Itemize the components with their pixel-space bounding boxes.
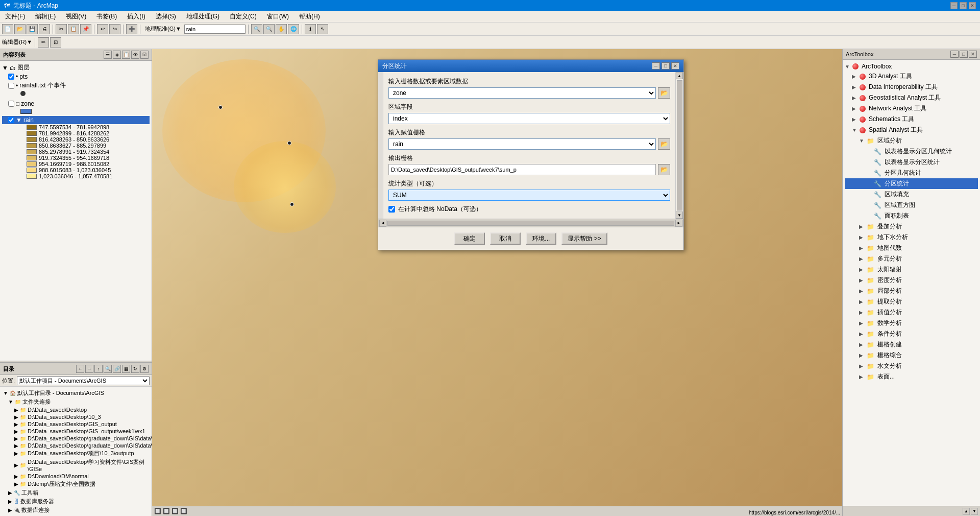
add-data-btn[interactable]: ➕ [126, 24, 137, 34]
pan-btn[interactable]: ✋ [276, 24, 287, 34]
nodata-checkbox[interactable] [388, 206, 395, 213]
title-bar-controls[interactable]: ─ □ ✕ [950, 2, 976, 9]
rain-checkbox[interactable] [8, 117, 14, 123]
menu-customize[interactable]: 自定义(C) [227, 11, 260, 22]
help-button[interactable]: 显示帮助 >> [561, 232, 607, 245]
stats-type-select[interactable]: SUM [388, 190, 670, 201]
menu-select[interactable]: 选择(S) [153, 11, 179, 22]
tb-local[interactable]: ▶ 📁 局部分析 [845, 286, 978, 296]
toc-draw-btn[interactable]: ◈ [113, 51, 121, 59]
tb-overlay[interactable]: ▶ 📁 叠加分析 [845, 221, 978, 232]
edit-vertices-btn[interactable]: ⊡ [50, 37, 61, 48]
input-value-select[interactable]: rain [388, 138, 656, 150]
ok-button[interactable]: 确定 [454, 232, 485, 245]
toc-rainfall-item[interactable]: • rainfall.txt 个事件 [2, 81, 150, 90]
tb-spatial-analyst[interactable]: ▼ Spatial Analyst 工具 [845, 125, 978, 135]
cat-data-saved[interactable]: ▶ 📁 D:\Data_saved\Desktop [2, 406, 150, 413]
cat-dm[interactable]: ▶ 📁 D:\Download\DM\normal [2, 473, 150, 480]
copy-btn[interactable]: 📋 [68, 24, 79, 34]
edit-tool-btn[interactable]: ✏ [38, 37, 49, 48]
toc-rain-item[interactable]: ▼ rain [2, 116, 150, 124]
catalog-back-btn[interactable]: ← [76, 365, 84, 373]
tb-schematics[interactable]: ▶ Schematics 工具 [845, 114, 978, 125]
cat-default-workspace[interactable]: ▼ 🏠 默认工作目录 - Documents\ArcGIS [2, 389, 150, 397]
dlg-scroll-up[interactable]: ▲ [676, 72, 683, 79]
toc-select-btn[interactable]: ☑ [140, 51, 149, 59]
tb-map-algebra[interactable]: ▶ 📁 地图代数 [845, 243, 978, 253]
tb-hydrology[interactable]: ▶ 📁 水文分析 [845, 361, 978, 371]
cat-week1-ex1[interactable]: ▶ 📁 D:\Data_saved\Desktop\GIS_output\wee… [2, 428, 150, 435]
tb-raster-general[interactable]: ▶ 📁 栅格综合 [845, 350, 978, 361]
dialog-container[interactable]: 分区统计 ─ □ ✕ 输入栅格数据或要素区域数据 zone [378, 59, 684, 250]
print-btn[interactable]: 🖨 [39, 24, 50, 34]
redo-btn[interactable]: ↪ [109, 24, 120, 34]
tb-geo-analyst[interactable]: ▶ Geostatistical Analyst 工具 [845, 92, 978, 103]
full-extent-btn[interactable]: 🌐 [288, 24, 299, 34]
minimize-button[interactable]: ─ [950, 2, 958, 9]
undo-btn[interactable]: ↩ [97, 24, 108, 34]
dialog-close-btn[interactable]: ✕ [671, 62, 679, 69]
cat-folder-connections[interactable]: ▼ 📁 文件夹连接 [2, 397, 150, 406]
tb-interpolation[interactable]: ▶ 📁 插值分析 [845, 307, 978, 318]
input-raster-browse-btn[interactable]: 📂 [658, 87, 670, 99]
catalog-table-btn[interactable]: ▦ [122, 365, 130, 373]
cat-learning[interactable]: ▶ 📁 D:\Data_saved\Desktop\学习资料文件\GIS案例\G… [2, 458, 150, 473]
new-btn[interactable]: 📄 [2, 24, 13, 34]
output-path-input[interactable] [388, 164, 656, 175]
environment-button[interactable]: 环境... [526, 232, 556, 245]
tb-root[interactable]: ▼ ArcToolbox [845, 62, 978, 71]
tb-groundwater[interactable]: ▶ 📁 地下水分析 [845, 232, 978, 243]
layer-select-input[interactable] [184, 25, 246, 34]
tb-extract[interactable]: ▶ 📁 提取分析 [845, 296, 978, 307]
catalog-refresh-btn[interactable]: ↻ [131, 365, 139, 373]
tb-3d-analyst[interactable]: ▶ 3D Analyst 工具 [845, 71, 978, 82]
dlg-scroll-left[interactable]: ◄ [379, 220, 386, 227]
scroll-up-btn[interactable]: ▲ [963, 508, 970, 515]
tb-zone-fill[interactable]: 🔧 区域填充 [845, 189, 978, 200]
select-btn[interactable]: ↖ [317, 24, 328, 34]
catalog-search-btn[interactable]: 🔍 [104, 365, 112, 373]
arcToolbox-minimize-btn[interactable]: ─ [950, 51, 959, 58]
identify-btn[interactable]: ℹ [305, 24, 316, 34]
tb-density[interactable]: ▶ 📁 密度分析 [845, 275, 978, 286]
tb-area-table[interactable]: 🔧 面积制表 [845, 210, 978, 221]
cat-project[interactable]: ▶ 📁 D:\Data_saved\Desktop\项目\10_3\output… [2, 449, 150, 458]
input-value-browse-btn[interactable]: 📂 [658, 138, 670, 150]
toc-layers-group[interactable]: ▼ 🗂 图层 [2, 63, 150, 73]
zone-checkbox[interactable] [8, 101, 14, 107]
toc-source-btn[interactable]: 📋 [122, 51, 130, 59]
cut-btn[interactable]: ✂ [56, 24, 67, 34]
zoom-out-btn[interactable]: 🔍 [263, 24, 275, 34]
toc-visible-btn[interactable]: 👁 [131, 51, 139, 59]
dialog-right-scrollbar[interactable]: ▲ ▼ [675, 72, 683, 219]
cat-db-connection[interactable]: ▶ 🔌 数据库连接 [2, 506, 150, 514]
catalog-fwd-btn[interactable]: → [85, 365, 93, 373]
tb-zone-stats-table[interactable]: 🔧 以表格显示分区统计 [845, 157, 978, 168]
editor-label[interactable]: 编辑器(R)▼ [2, 38, 32, 46]
menu-bookmarks[interactable]: 书签(B) [93, 11, 120, 22]
menu-insert[interactable]: 插入(I) [124, 11, 148, 22]
tb-zone-analysis[interactable]: ▼ 📁 区域分析 [845, 135, 978, 146]
pts-checkbox[interactable] [8, 74, 14, 80]
tb-multivariate[interactable]: ▶ 📁 多元分析 [845, 253, 978, 264]
menu-help[interactable]: 帮助(H) [296, 11, 323, 22]
tb-raster-create[interactable]: ▶ 📁 栅格创建 [845, 339, 978, 350]
tb-solar[interactable]: ▶ 📁 太阳辐射 [845, 264, 978, 275]
catalog-options-btn[interactable]: ⚙ [140, 365, 149, 373]
zone-field-select[interactable]: index [388, 113, 670, 124]
dlg-scroll-down[interactable]: ▼ [676, 212, 683, 219]
dlg-scroll-right[interactable]: ► [675, 220, 682, 227]
arcToolbox-maximize-btn[interactable]: □ [960, 51, 968, 58]
rainfall-checkbox[interactable] [8, 83, 14, 89]
dialog-maximize-btn[interactable]: □ [662, 62, 670, 69]
tb-zone-stats[interactable]: 🔧 分区统计 [845, 178, 978, 189]
output-browse-btn[interactable]: 📂 [658, 164, 670, 175]
open-btn[interactable]: 📂 [14, 24, 26, 34]
tb-network-analyst[interactable]: ▶ Network Analyst 工具 [845, 103, 978, 114]
tb-zone-geom-table[interactable]: 🔧 以表格显示分区几何统计 [845, 146, 978, 157]
cat-grad-down1[interactable]: ▶ 📁 D:\Data_saved\Desktop\graduate_down\… [2, 435, 150, 442]
menu-geoprocessing[interactable]: 地理处理(G) [183, 11, 223, 22]
cat-gis-output[interactable]: ▶ 📁 D:\Data_saved\Desktop\GIS_output [2, 420, 150, 428]
catalog-connect-btn[interactable]: 🔗 [113, 365, 121, 373]
zoom-in-btn[interactable]: 🔍 [251, 24, 262, 34]
